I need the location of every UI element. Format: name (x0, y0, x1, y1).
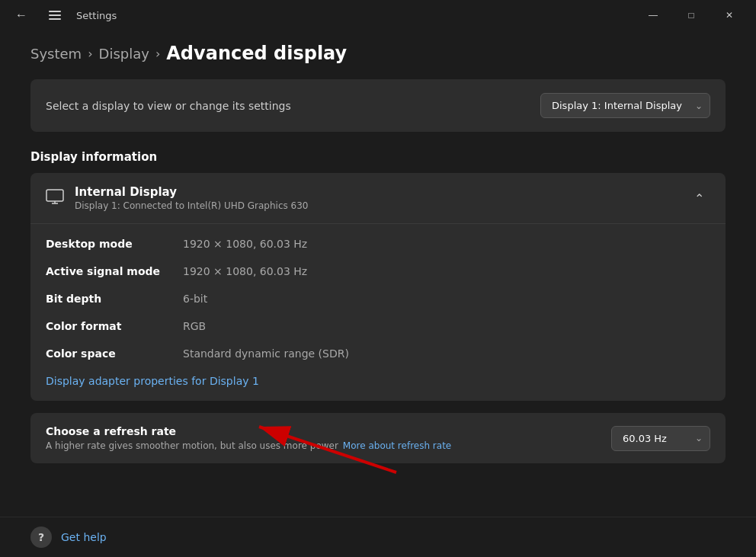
svg-rect-3 (46, 190, 63, 201)
refresh-title: Choose a refresh rate (46, 425, 451, 437)
get-help-icon: ? (30, 527, 52, 548)
svg-rect-1 (49, 14, 61, 16)
table-row: Active signal mode 1920 × 1080, 60.03 Hz (30, 258, 726, 285)
info-rows: Desktop mode 1920 × 1080, 60.03 Hz Activ… (30, 224, 726, 401)
main-content: Select a display to view or change its s… (0, 79, 756, 463)
color-space-label: Color space (46, 347, 183, 360)
display-name: Internal Display (75, 185, 309, 199)
color-format-label: Color format (46, 320, 183, 332)
table-row: Color format RGB (30, 312, 726, 340)
get-help-link[interactable]: Get help (61, 531, 107, 543)
select-display-bar: Select a display to view or change its s… (30, 79, 726, 132)
desktop-mode-label: Desktop mode (46, 238, 183, 250)
bit-depth-value: 6-bit (183, 293, 207, 305)
refresh-desc-text: A higher rate gives smoother motion, but… (46, 440, 338, 451)
signal-mode-value: 1920 × 1080, 60.03 Hz (183, 265, 307, 277)
color-format-value: RGB (183, 320, 206, 332)
collapse-button[interactable]: ⌃ (688, 188, 710, 209)
svg-rect-0 (49, 11, 61, 12)
minimize-button[interactable]: — (636, 3, 671, 27)
refresh-left: Choose a refresh rate A higher rate give… (46, 425, 451, 451)
display-header: Internal Display Display 1: Connected to… (30, 173, 726, 224)
signal-mode-label: Active signal mode (46, 265, 183, 277)
monitor-icon (46, 189, 64, 208)
close-button[interactable]: ✕ (712, 3, 747, 27)
titlebar: ← Settings — □ ✕ (0, 0, 756, 30)
breadcrumb-sep1: › (88, 46, 92, 61)
titlebar-title: Settings (76, 10, 117, 21)
display-header-left: Internal Display Display 1: Connected to… (46, 185, 309, 211)
display-sub: Display 1: Connected to Intel(R) UHD Gra… (75, 200, 309, 211)
section-title: Display information (30, 150, 726, 164)
refresh-more-link[interactable]: More about refresh rate (343, 440, 451, 451)
titlebar-left: ← Settings (9, 3, 117, 27)
table-row: Desktop mode 1920 × 1080, 60.03 Hz (30, 230, 726, 258)
display-info-text: Internal Display Display 1: Connected to… (75, 185, 309, 211)
display-dropdown[interactable]: Display 1: Internal Display (540, 93, 710, 118)
table-row: Color space Standard dynamic range (SDR) (30, 340, 726, 367)
hamburger-button[interactable] (43, 3, 67, 27)
display-adapter-link[interactable]: Display adapter properties for Display 1 (30, 367, 726, 395)
breadcrumb-system[interactable]: System (30, 46, 82, 62)
refresh-dropdown-wrapper: 60.03 Hz ⌄ (611, 426, 710, 451)
display-dropdown-wrapper: Display 1: Internal Display ⌄ (540, 93, 710, 118)
back-button[interactable]: ← (9, 3, 34, 27)
refresh-rate-dropdown[interactable]: 60.03 Hz (611, 426, 710, 451)
refresh-rate-card: Choose a refresh rate A higher rate give… (30, 413, 726, 463)
titlebar-controls: — □ ✕ (636, 3, 747, 27)
table-row: Bit depth 6-bit (30, 285, 726, 312)
bit-depth-label: Bit depth (46, 293, 183, 305)
desktop-mode-value: 1920 × 1080, 60.03 Hz (183, 238, 307, 250)
refresh-desc: A higher rate gives smoother motion, but… (46, 440, 451, 451)
footer: ? Get help (0, 517, 756, 557)
breadcrumb-current: Advanced display (166, 43, 347, 64)
breadcrumb-sep2: › (155, 46, 160, 61)
color-space-value: Standard dynamic range (SDR) (183, 347, 349, 360)
maximize-button[interactable]: □ (674, 3, 709, 27)
breadcrumb: System › Display › Advanced display (0, 30, 756, 79)
select-display-label: Select a display to view or change its s… (46, 100, 291, 112)
svg-rect-2 (49, 18, 61, 20)
breadcrumb-display[interactable]: Display (99, 46, 149, 62)
info-card: Internal Display Display 1: Connected to… (30, 173, 726, 401)
